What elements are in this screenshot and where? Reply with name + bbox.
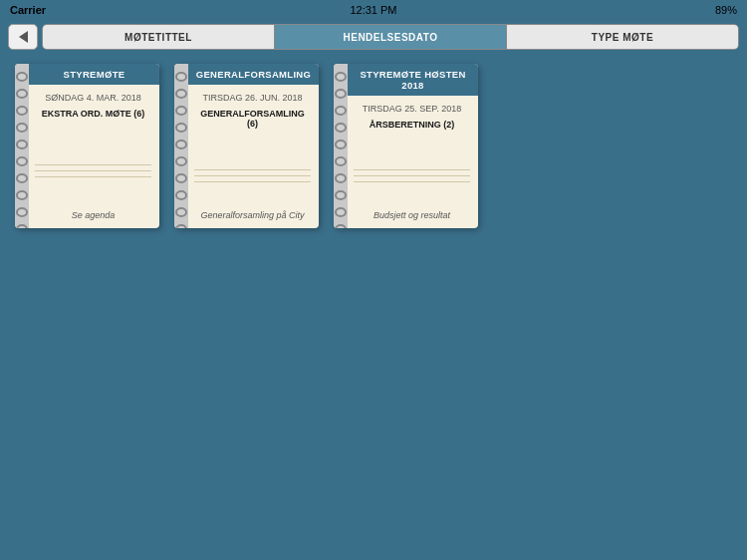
ring xyxy=(335,123,347,133)
card-body-3: STYREMØTE HØSTEN 2018 TIRSDAG 25. SEP. 2… xyxy=(348,64,478,228)
card-date-3: TIRSDAG 25. SEP. 2018 xyxy=(354,104,470,114)
tab-motetittel[interactable]: MØTETITTEL xyxy=(43,25,275,49)
ring xyxy=(335,140,347,149)
ring xyxy=(335,224,347,228)
spiral-binding-2 xyxy=(174,64,188,228)
ring xyxy=(175,89,187,99)
notebook-card-styremote[interactable]: STYREMØTE SØNDAG 4. MAR. 2018 EKSTRA ORD… xyxy=(15,64,159,228)
ring xyxy=(16,224,28,228)
nav-tabs: MØTETITTEL HENDELSESDATO TYPE MØTE xyxy=(42,24,739,50)
ring xyxy=(335,72,347,82)
notebook-card-styremote-hosten[interactable]: STYREMØTE HØSTEN 2018 TIRSDAG 25. SEP. 2… xyxy=(334,64,478,228)
card-lines-1 xyxy=(35,131,151,210)
spiral-binding-3 xyxy=(334,64,348,228)
ring xyxy=(16,72,28,82)
ring xyxy=(16,123,28,133)
ring xyxy=(175,123,187,133)
spiral-binding-1 xyxy=(15,64,29,228)
ring xyxy=(175,173,187,183)
ring xyxy=(175,207,187,217)
ring xyxy=(335,207,347,217)
ring xyxy=(175,140,187,149)
ring xyxy=(175,72,187,82)
card-lines-2 xyxy=(194,140,311,210)
battery-label: 89% xyxy=(715,4,737,16)
ring xyxy=(16,173,28,183)
ring xyxy=(335,156,347,166)
card-agenda-sub-1: Se agenda xyxy=(35,210,151,220)
ring xyxy=(175,106,187,116)
ring xyxy=(335,190,347,200)
card-agenda-sub-2: Generalforsamling på City xyxy=(194,210,311,220)
tab-hendelsesdato[interactable]: HENDELSESDATO xyxy=(275,25,507,49)
card-title-1: STYREMØTE xyxy=(29,64,159,85)
ring xyxy=(16,190,28,200)
ring xyxy=(16,89,28,99)
ring xyxy=(16,140,28,149)
ring xyxy=(16,207,28,217)
ring xyxy=(16,106,28,116)
ring xyxy=(175,156,187,166)
ring xyxy=(16,156,28,166)
card-agenda-title-1: EKSTRA ORD. MØTE (6) xyxy=(35,109,151,119)
card-lines-3 xyxy=(354,141,470,210)
card-title-3: STYREMØTE HØSTEN 2018 xyxy=(348,64,478,96)
tab-type-mote[interactable]: TYPE MØTE xyxy=(507,25,738,49)
card-agenda-sub-3: Budsjett og resultat xyxy=(354,210,470,220)
ring xyxy=(335,89,347,99)
card-title-2: GENERALFORSAMLING xyxy=(188,64,319,85)
ring xyxy=(335,106,347,116)
status-bar: Carrier 12:31 PM 89% xyxy=(0,0,747,20)
notebook-card-generalforsamling[interactable]: GENERALFORSAMLING TIRSDAG 26. JUN. 2018 … xyxy=(174,64,319,228)
cards-container: STYREMØTE SØNDAG 4. MAR. 2018 EKSTRA ORD… xyxy=(0,54,747,238)
ring xyxy=(175,224,187,228)
ring xyxy=(335,173,347,183)
back-button[interactable] xyxy=(8,24,38,50)
card-agenda-title-3: ÅRSBERETNING (2) xyxy=(354,120,470,130)
card-body-1: STYREMØTE SØNDAG 4. MAR. 2018 EKSTRA ORD… xyxy=(29,64,159,228)
carrier-label: Carrier xyxy=(10,4,46,16)
back-arrow-icon xyxy=(19,31,28,43)
card-body-2: GENERALFORSAMLING TIRSDAG 26. JUN. 2018 … xyxy=(188,64,319,228)
card-agenda-title-2: GENERALFORSAMLING (6) xyxy=(194,109,311,129)
time-label: 12:31 PM xyxy=(350,4,396,16)
nav-bar: MØTETITTEL HENDELSESDATO TYPE MØTE xyxy=(0,20,747,54)
card-date-1: SØNDAG 4. MAR. 2018 xyxy=(35,93,151,103)
card-date-2: TIRSDAG 26. JUN. 2018 xyxy=(194,93,311,103)
ring xyxy=(175,190,187,200)
